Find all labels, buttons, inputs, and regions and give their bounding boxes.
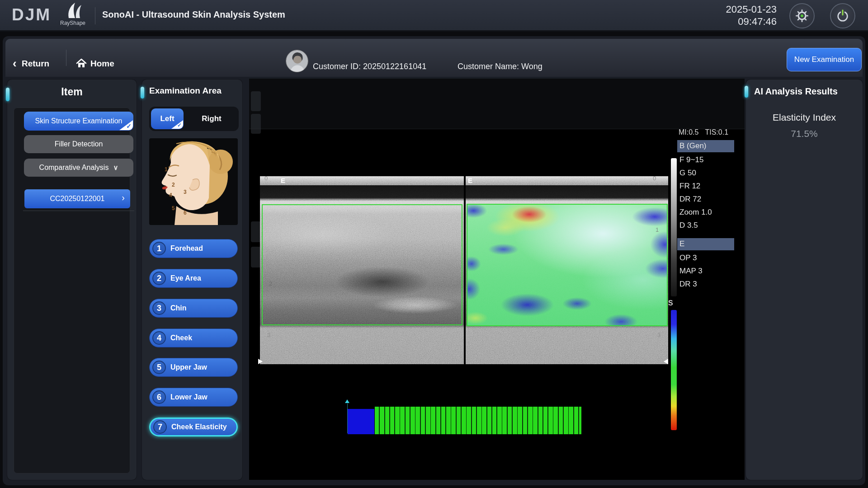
customer-avatar[interactable] — [286, 50, 308, 72]
face-illustration — [149, 138, 238, 225]
gear-icon — [795, 9, 809, 23]
item-label: Filler Detection — [55, 140, 103, 148]
area-number: 4 — [152, 331, 166, 345]
elastogram-overlay[interactable] — [467, 204, 668, 326]
power-button[interactable] — [830, 3, 855, 28]
item-list-container: Skin Structure Examination ✓ Filler Dete… — [14, 108, 130, 474]
exam-accent-bar — [141, 87, 144, 99]
elasto-marker-left: E — [281, 177, 285, 184]
acoustic-indices: MI:0.5TIS:0.1 — [679, 128, 735, 136]
us-side-tab[interactable] — [251, 114, 261, 134]
depth-label: 3 — [657, 332, 660, 338]
depth-label: 1 — [656, 226, 659, 233]
area-button-upper-jaw[interactable]: 5 Upper Jaw — [149, 358, 238, 377]
chevron-down-icon: ∨ — [113, 164, 118, 172]
top-bar: DJM RayShape SonoAI - Ultrasound Skin An… — [0, 0, 868, 32]
speckle-noise — [467, 205, 667, 325]
sail-icon — [62, 2, 83, 19]
app-title: SonoAI - Ultrasound Skin Analysis System — [102, 9, 285, 20]
item-filler-detection[interactable]: Filler Detection — [24, 135, 133, 153]
examination-area-panel: Examination Area Left ✓ Right — [142, 80, 242, 480]
us-header-strip — [249, 79, 745, 129]
area-button-eye-area[interactable]: 2 Eye Area — [149, 269, 238, 288]
item-skin-structure-examination[interactable]: Skin Structure Examination ✓ — [24, 112, 133, 131]
us-surface-line-left — [260, 176, 464, 185]
home-button[interactable]: Home — [90, 59, 114, 69]
record-label: CC20250122001 — [50, 195, 105, 203]
area-number: 1 — [152, 242, 166, 255]
customer-name: Customer Name: Wong — [458, 62, 542, 71]
time-text: 09:47:46 — [709, 15, 777, 28]
topbar-divider — [95, 7, 95, 24]
item-comparative-analysis[interactable]: Comparative Analysis ∨ — [24, 159, 133, 177]
item-record-cc20250122001[interactable]: CC20250122001 › — [24, 189, 130, 208]
depth-label: 3 — [267, 332, 270, 338]
area-label: Lower Jaw — [170, 393, 208, 401]
us-side-tab[interactable] — [251, 91, 261, 111]
area-number: 6 — [152, 390, 166, 404]
strain-quality-bar — [375, 407, 581, 434]
datetime: 2025-01-23 09:47:46 — [709, 3, 777, 28]
face-point-3: 3 — [184, 189, 187, 195]
face-point-2: 2 — [172, 182, 175, 188]
mi-value: MI:0.5 — [679, 128, 698, 136]
item-panel-title: Item — [7, 86, 137, 98]
ultrasound-viewport[interactable]: 0 0 E E 2 3 1 3 MI:0.5TIS:0.1 B (Gen) F … — [249, 79, 745, 480]
area-label: Chin — [170, 304, 187, 312]
area-button-cheek-elasticity[interactable]: 7 Cheek Elasticity — [149, 418, 238, 436]
strain-scale-label: S — [668, 299, 673, 307]
elasticity-colorbar — [671, 310, 677, 430]
new-examination-button[interactable]: New Examination — [787, 48, 862, 71]
avatar-image — [286, 50, 308, 72]
area-label: Upper Jaw — [170, 363, 207, 371]
settings-button[interactable] — [789, 3, 815, 28]
area-number: 3 — [152, 301, 166, 315]
area-label: Cheek — [170, 334, 192, 342]
area-label: Cheek Elasticity — [171, 423, 227, 431]
param-gain: G 50 — [679, 169, 696, 178]
area-button-cheek[interactable]: 4 Cheek — [149, 328, 238, 347]
area-button-lower-jaw[interactable]: 6 Lower Jaw — [149, 388, 238, 407]
side-left-button[interactable]: Left ✓ — [151, 108, 184, 129]
us-side-tab[interactable] — [251, 247, 261, 267]
strain-bar-blue-block — [348, 409, 374, 434]
face-diagram: 1 2 3 4 5 6 — [149, 138, 238, 225]
param-zoom: Zoom 1.0 — [679, 208, 712, 217]
face-point-6: 6 — [184, 210, 187, 216]
speckle-noise — [260, 176, 464, 185]
power-icon — [836, 9, 849, 23]
elasto-marker-right: E — [468, 177, 472, 184]
rayshape-label: RayShape — [57, 20, 89, 26]
area-number: 7 — [153, 420, 167, 434]
nav-divider — [66, 50, 66, 66]
param-depth: D 3.5 — [679, 221, 698, 230]
speckle-noise — [466, 176, 668, 185]
ai-results-panel: AI Analysis Results Elasticity Index 71.… — [746, 80, 863, 480]
depth-label: 2 — [269, 280, 272, 287]
ai-accent-bar — [745, 86, 748, 98]
djm-logo: DJM — [12, 5, 51, 24]
side-right-label: Right — [202, 114, 221, 123]
area-label: Eye Area — [170, 274, 201, 282]
item-label: Comparative Analysis — [39, 164, 109, 172]
side-right-button[interactable]: Right — [186, 108, 237, 129]
ai-results-title: AI Analysis Results — [754, 86, 838, 97]
examination-area-title: Examination Area — [149, 86, 222, 96]
param-frequency: F 9~15 — [679, 155, 703, 164]
area-number: 5 — [152, 361, 166, 374]
area-button-chin[interactable]: 3 Chin — [149, 299, 238, 318]
item-label: Skin Structure Examination — [35, 117, 123, 125]
us-side-tab[interactable] — [251, 221, 261, 242]
face-point-1: 1 — [165, 166, 168, 173]
elasticity-index-label: Elasticity Index — [746, 112, 863, 123]
bmode-header: B (Gen) — [679, 141, 707, 150]
param-map: MAP 3 — [679, 267, 703, 276]
param-op: OP 3 — [679, 253, 697, 263]
face-point-5: 5 — [172, 205, 175, 211]
range-marker-left[interactable] — [258, 359, 263, 364]
range-marker-right[interactable] — [664, 359, 668, 364]
param-e-dr: DR 3 — [679, 280, 697, 289]
area-button-forehead[interactable]: 1 Forehead — [149, 239, 238, 258]
return-button[interactable]: Return — [22, 59, 49, 69]
grayscale-bar — [671, 158, 677, 296]
